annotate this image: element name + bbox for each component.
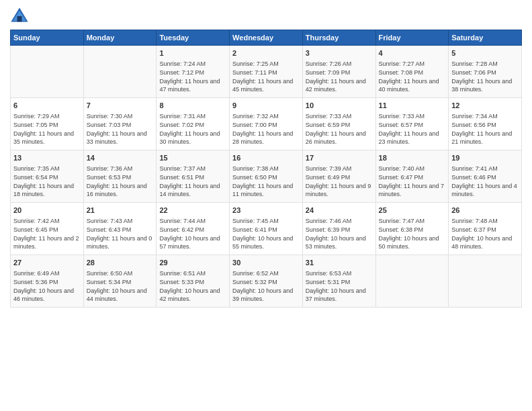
day-cell: 14Sunrise: 7:36 AM Sunset: 6:53 PM Dayli… [83, 150, 157, 203]
day-info: Sunrise: 7:38 AM Sunset: 6:50 PM Dayligh… [232, 165, 300, 198]
day-cell: 19Sunrise: 7:41 AM Sunset: 6:46 PM Dayli… [449, 150, 522, 203]
day-number: 4 [379, 48, 446, 58]
day-cell: 12Sunrise: 7:34 AM Sunset: 6:56 PM Dayli… [449, 98, 522, 150]
day-cell: 20Sunrise: 7:42 AM Sunset: 6:45 PM Dayli… [11, 203, 84, 255]
svg-rect-2 [17, 16, 22, 21]
day-cell: 9Sunrise: 7:32 AM Sunset: 7:00 PM Daylig… [230, 98, 303, 150]
day-number: 2 [232, 48, 300, 58]
col-header-tuesday: Tuesday [157, 30, 230, 46]
day-info: Sunrise: 7:31 AM Sunset: 7:02 PM Dayligh… [159, 112, 226, 146]
day-info: Sunrise: 6:50 AM Sunset: 5:34 PM Dayligh… [87, 269, 154, 303]
day-cell [83, 46, 157, 98]
day-info: Sunrise: 7:36 AM Sunset: 6:53 PM Dayligh… [87, 165, 154, 198]
day-number: 6 [13, 101, 81, 111]
day-cell: 16Sunrise: 7:38 AM Sunset: 6:50 PM Dayli… [230, 150, 303, 203]
day-number: 25 [379, 205, 446, 216]
day-info: Sunrise: 7:25 AM Sunset: 7:11 PM Dayligh… [232, 60, 300, 93]
day-info: Sunrise: 7:40 AM Sunset: 6:47 PM Dayligh… [379, 165, 446, 198]
day-info: Sunrise: 7:46 AM Sunset: 6:39 PM Dayligh… [306, 217, 373, 250]
day-info: Sunrise: 7:26 AM Sunset: 7:09 PM Dayligh… [306, 60, 373, 93]
day-info: Sunrise: 7:29 AM Sunset: 7:05 PM Dayligh… [13, 112, 81, 146]
day-number: 3 [306, 48, 373, 58]
day-cell: 11Sunrise: 7:33 AM Sunset: 6:57 PM Dayli… [375, 98, 449, 150]
day-info: Sunrise: 7:42 AM Sunset: 6:45 PM Dayligh… [13, 217, 81, 250]
day-info: Sunrise: 6:51 AM Sunset: 5:33 PM Dayligh… [159, 269, 226, 303]
day-number: 23 [232, 205, 300, 216]
day-cell: 7Sunrise: 7:30 AM Sunset: 7:03 PM Daylig… [83, 98, 157, 150]
day-number: 12 [451, 101, 519, 111]
day-info: Sunrise: 7:39 AM Sunset: 6:49 PM Dayligh… [306, 165, 373, 198]
day-cell [11, 46, 84, 98]
day-number: 21 [87, 205, 154, 216]
day-info: Sunrise: 6:52 AM Sunset: 5:32 PM Dayligh… [232, 269, 300, 303]
day-info: Sunrise: 7:35 AM Sunset: 6:54 PM Dayligh… [13, 165, 81, 198]
day-number: 30 [232, 258, 300, 268]
week-row-3: 13Sunrise: 7:35 AM Sunset: 6:54 PM Dayli… [11, 150, 522, 203]
col-header-wednesday: Wednesday [230, 30, 303, 46]
day-info: Sunrise: 7:33 AM Sunset: 6:59 PM Dayligh… [306, 112, 373, 146]
day-number: 13 [13, 153, 81, 163]
day-info: Sunrise: 6:49 AM Sunset: 5:36 PM Dayligh… [13, 269, 81, 303]
day-cell: 31Sunrise: 6:53 AM Sunset: 5:31 PM Dayli… [302, 255, 375, 308]
day-info: Sunrise: 7:24 AM Sunset: 7:12 PM Dayligh… [159, 60, 226, 93]
header-row: SundayMondayTuesdayWednesdayThursdayFrid… [11, 30, 522, 46]
day-number: 31 [306, 258, 373, 268]
logo-icon [10, 7, 29, 26]
col-header-monday: Monday [83, 30, 157, 46]
day-cell: 4Sunrise: 7:27 AM Sunset: 7:08 PM Daylig… [375, 46, 449, 98]
day-number: 5 [451, 48, 519, 58]
day-cell: 25Sunrise: 7:47 AM Sunset: 6:38 PM Dayli… [375, 203, 449, 255]
day-number: 22 [159, 205, 226, 216]
day-info: Sunrise: 7:43 AM Sunset: 6:43 PM Dayligh… [87, 217, 154, 250]
day-cell: 10Sunrise: 7:33 AM Sunset: 6:59 PM Dayli… [302, 98, 375, 150]
day-info: Sunrise: 7:44 AM Sunset: 6:42 PM Dayligh… [159, 217, 226, 250]
day-cell: 22Sunrise: 7:44 AM Sunset: 6:42 PM Dayli… [157, 203, 230, 255]
day-cell: 15Sunrise: 7:37 AM Sunset: 6:51 PM Dayli… [157, 150, 230, 203]
col-header-thursday: Thursday [302, 30, 375, 46]
week-row-1: 1Sunrise: 7:24 AM Sunset: 7:12 PM Daylig… [11, 46, 522, 98]
day-info: Sunrise: 7:34 AM Sunset: 6:56 PM Dayligh… [451, 112, 519, 146]
day-cell: 21Sunrise: 7:43 AM Sunset: 6:43 PM Dayli… [83, 203, 157, 255]
day-number: 18 [379, 153, 446, 163]
day-cell [449, 255, 522, 308]
week-row-4: 20Sunrise: 7:42 AM Sunset: 6:45 PM Dayli… [11, 203, 522, 255]
day-cell: 18Sunrise: 7:40 AM Sunset: 6:47 PM Dayli… [375, 150, 449, 203]
day-cell: 2Sunrise: 7:25 AM Sunset: 7:11 PM Daylig… [230, 46, 303, 98]
day-cell: 5Sunrise: 7:28 AM Sunset: 7:06 PM Daylig… [449, 46, 522, 98]
day-cell [375, 255, 449, 308]
day-cell: 17Sunrise: 7:39 AM Sunset: 6:49 PM Dayli… [302, 150, 375, 203]
day-number: 24 [306, 205, 373, 216]
week-row-5: 27Sunrise: 6:49 AM Sunset: 5:36 PM Dayli… [11, 255, 522, 308]
week-row-2: 6Sunrise: 7:29 AM Sunset: 7:05 PM Daylig… [11, 98, 522, 150]
col-header-sunday: Sunday [11, 30, 84, 46]
day-cell: 8Sunrise: 7:31 AM Sunset: 7:02 PM Daylig… [157, 98, 230, 150]
day-cell: 26Sunrise: 7:48 AM Sunset: 6:37 PM Dayli… [449, 203, 522, 255]
day-number: 20 [13, 205, 81, 216]
day-number: 9 [232, 101, 300, 111]
day-number: 14 [87, 153, 154, 163]
day-number: 11 [379, 101, 446, 111]
day-cell: 24Sunrise: 7:46 AM Sunset: 6:39 PM Dayli… [302, 203, 375, 255]
day-number: 28 [87, 258, 154, 268]
day-cell: 30Sunrise: 6:52 AM Sunset: 5:32 PM Dayli… [230, 255, 303, 308]
day-number: 7 [87, 101, 154, 111]
day-info: Sunrise: 7:30 AM Sunset: 7:03 PM Dayligh… [87, 112, 154, 146]
day-number: 16 [232, 153, 300, 163]
col-header-friday: Friday [375, 30, 449, 46]
day-info: Sunrise: 7:27 AM Sunset: 7:08 PM Dayligh… [379, 60, 446, 93]
day-cell: 27Sunrise: 6:49 AM Sunset: 5:36 PM Dayli… [11, 255, 84, 308]
calendar-table: SundayMondayTuesdayWednesdayThursdayFrid… [10, 30, 522, 308]
day-cell: 23Sunrise: 7:45 AM Sunset: 6:41 PM Dayli… [230, 203, 303, 255]
day-info: Sunrise: 7:47 AM Sunset: 6:38 PM Dayligh… [379, 217, 446, 250]
page-container: SundayMondayTuesdayWednesdayThursdayFrid… [0, 0, 532, 314]
day-number: 19 [451, 153, 519, 163]
day-cell: 13Sunrise: 7:35 AM Sunset: 6:54 PM Dayli… [11, 150, 84, 203]
day-number: 1 [159, 48, 226, 58]
day-number: 8 [159, 101, 226, 111]
day-info: Sunrise: 7:28 AM Sunset: 7:06 PM Dayligh… [451, 60, 519, 93]
day-number: 10 [306, 101, 373, 111]
day-number: 27 [13, 258, 81, 268]
day-cell: 6Sunrise: 7:29 AM Sunset: 7:05 PM Daylig… [11, 98, 84, 150]
day-info: Sunrise: 7:32 AM Sunset: 7:00 PM Dayligh… [232, 112, 300, 146]
logo [10, 7, 31, 26]
